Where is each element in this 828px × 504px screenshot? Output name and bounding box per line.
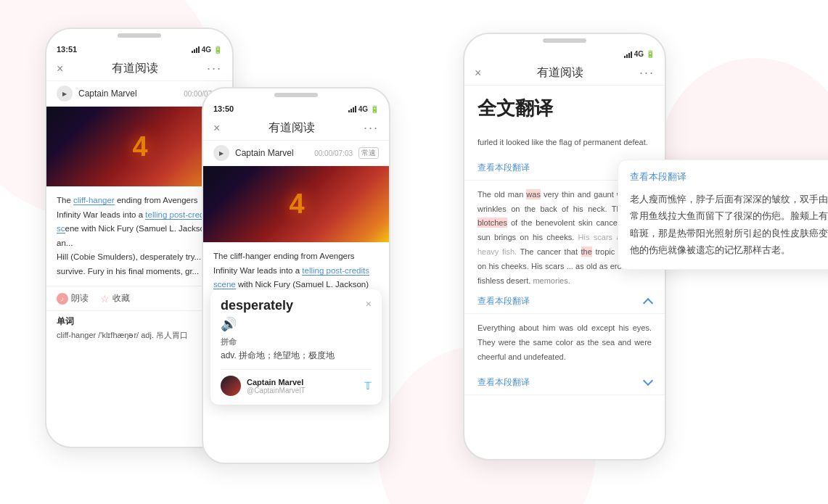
word-definition: adv. 拼命地；绝望地；极度地 bbox=[221, 349, 372, 362]
audio-title-2: Captain Marvel bbox=[235, 148, 308, 158]
battery-icon-2: 🔋 bbox=[370, 105, 379, 113]
twitter-info: Captain Marvel @CaptainMarvelT bbox=[247, 378, 358, 394]
read-button-1[interactable]: ♪ 朗读 bbox=[57, 292, 89, 305]
twitter-icon: 𝕋 bbox=[364, 380, 372, 392]
signal-bars-2 bbox=[348, 105, 356, 112]
view-translation-label-1: 查看本段翻译 bbox=[477, 162, 530, 174]
twitter-name: Captain Marvel bbox=[247, 378, 358, 387]
translation-card-body: 老人瘦而憔悴，脖子后面有深深的皱纹，双手由于常用鱼线拉大鱼而留下了很深的伤疤。脸… bbox=[630, 191, 828, 259]
app-header-2: × 有道阅读 ··· bbox=[203, 116, 389, 141]
collect-label-1: 收藏 bbox=[112, 292, 130, 305]
play-button-2[interactable]: ▶ bbox=[213, 145, 229, 161]
bookmark-icon-1: ☆ bbox=[100, 293, 110, 305]
app-title-2: 有道阅读 bbox=[269, 120, 315, 136]
close-button-1[interactable]: × bbox=[57, 62, 63, 75]
more-button-1[interactable]: ··· bbox=[207, 61, 222, 76]
hero-overlay-2: 4 bbox=[289, 189, 303, 220]
status-icons-3: 4G 🔋 bbox=[624, 50, 655, 58]
vocab-title-1: 单词 bbox=[57, 315, 222, 328]
close-button-2[interactable]: × bbox=[213, 122, 220, 135]
network-2: 4G bbox=[358, 105, 368, 113]
audio-time-2: 00:00/07:03 bbox=[314, 149, 353, 157]
paragraph-1: furled it looked like the flag of perman… bbox=[464, 128, 665, 157]
status-bar-3: 4G 🔋 bbox=[464, 44, 665, 61]
read-icon-1: ♪ bbox=[57, 293, 68, 305]
view-translation-btn-3[interactable]: 查看本段翻译 bbox=[464, 372, 665, 395]
translation-card-header: 查看本段翻译 bbox=[630, 170, 828, 183]
speed-badge-2[interactable]: 常速 bbox=[358, 147, 379, 159]
time-2: 13:50 bbox=[213, 104, 234, 113]
signal-bars-1 bbox=[192, 46, 200, 53]
translation-card: 查看本段翻译 老人瘦而憔悴，脖子后面有深深的皱纹，双手由于常用鱼线拉大鱼而留下了… bbox=[618, 160, 828, 270]
close-button-3[interactable]: × bbox=[475, 67, 481, 80]
phone-notch-3 bbox=[543, 38, 586, 43]
hero-overlay-1: 4 bbox=[132, 131, 146, 162]
word-popup-header: desperately × bbox=[221, 298, 372, 313]
status-icons-2: 4G 🔋 bbox=[348, 105, 379, 113]
twitter-handle: @CaptainMarvelT bbox=[247, 387, 358, 394]
word-popup: desperately × 🔊 拼命 adv. 拼命地；绝望地；极度地 Capt… bbox=[210, 289, 382, 405]
chevron-down-icon-3 bbox=[643, 376, 653, 386]
signal-bars-3 bbox=[624, 51, 632, 58]
article-text-1a: The bbox=[57, 196, 73, 205]
audio-title-1: Captain Marvel bbox=[78, 88, 178, 99]
view-translation-label-2: 查看本段翻译 bbox=[477, 295, 530, 307]
chevron-up-icon-2 bbox=[643, 298, 653, 308]
translation-page-title: 全文翻译 bbox=[464, 86, 665, 128]
view-translation-btn-2-expanded[interactable]: 查看本段翻译 bbox=[464, 291, 665, 313]
article-text-1e: survive. Fury in his final moments, gr..… bbox=[57, 267, 199, 276]
app-header-3: × 有道阅读 ··· bbox=[464, 61, 665, 86]
app-title-3: 有道阅读 bbox=[537, 65, 583, 80]
phone-frame-middle: 13:50 4G 🔋 × 有道阅读 ··· ▶ Captain Marvel 0… bbox=[202, 87, 390, 464]
more-button-3[interactable]: ··· bbox=[639, 65, 655, 80]
word-sound-button[interactable]: 🔊 bbox=[221, 316, 372, 332]
word-popup-close-button[interactable]: × bbox=[366, 298, 372, 310]
time-1: 13:51 bbox=[57, 45, 77, 54]
article-text-1d: Hill (Cobie Smulders), desperately try..… bbox=[57, 252, 201, 261]
paragraph-3: Everything about him was old except his … bbox=[464, 314, 665, 371]
audio-bar-2: ▶ Captain Marvel 00:00/07:03 常速 bbox=[203, 141, 389, 166]
network-1: 4G bbox=[202, 46, 211, 54]
phone-notch-1 bbox=[118, 33, 161, 38]
status-bar-1: 13:51 4G 🔋 bbox=[46, 39, 232, 57]
phone-notch-2 bbox=[274, 93, 318, 97]
twitter-card-inner: Captain Marvel @CaptainMarvelT 𝕋 bbox=[221, 369, 372, 396]
status-bar-2: 13:50 4G 🔋 bbox=[203, 99, 389, 116]
translation-card-title[interactable]: 查看本段翻译 bbox=[630, 170, 686, 183]
more-button-2[interactable]: ··· bbox=[364, 120, 379, 136]
view-translation-label-3: 查看本段翻译 bbox=[477, 376, 530, 389]
hero-image-2: 4 bbox=[203, 166, 389, 242]
read-label-1: 朗读 bbox=[71, 292, 89, 305]
status-icons-1: 4G 🔋 bbox=[192, 46, 222, 54]
article-text-1c: ene with Nick Fury (Samuel L. Jackson) a… bbox=[57, 224, 212, 247]
battery-icon-3: 🔋 bbox=[646, 50, 655, 58]
paragraph-1-text: furled it looked like the flag of perman… bbox=[477, 138, 648, 146]
app-title-1: 有道阅读 bbox=[112, 61, 158, 76]
word-popup-title: desperately bbox=[221, 298, 293, 313]
battery-icon-1: 🔋 bbox=[213, 46, 222, 54]
paragraph-3-text: Everything about him was old except his … bbox=[477, 323, 652, 361]
collect-button-1[interactable]: ☆ 收藏 bbox=[100, 292, 130, 305]
twitter-avatar bbox=[221, 376, 241, 396]
word-category: 拼命 bbox=[221, 336, 372, 347]
cliff-hanger-highlight[interactable]: cliff-hanger bbox=[73, 196, 115, 205]
app-header-1: × 有道阅读 ··· bbox=[46, 57, 232, 81]
play-button-1[interactable]: ▶ bbox=[57, 86, 73, 102]
vocab-entry-1: cliff-hanger /'klɪfhæŋər/ adj. 吊人胃口 bbox=[57, 329, 222, 342]
network-3: 4G bbox=[634, 50, 644, 58]
